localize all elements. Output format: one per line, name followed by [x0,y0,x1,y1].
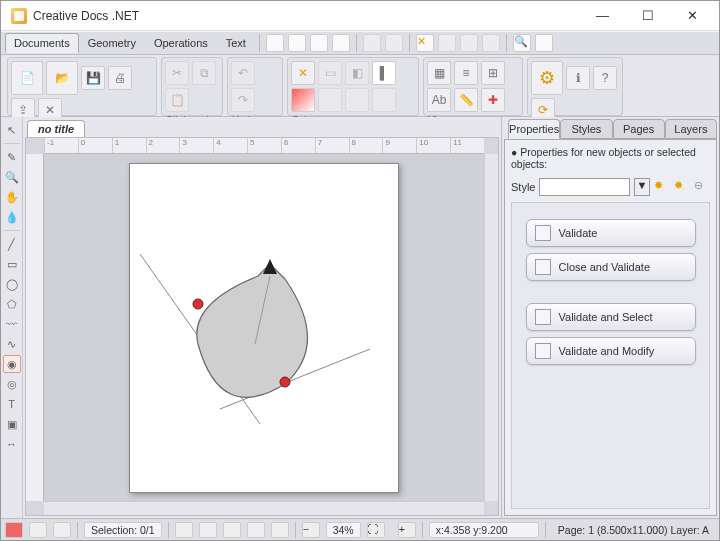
select-fill2-button[interactable] [291,88,315,112]
view-text-button[interactable]: Ab [427,88,451,112]
status-icon-4[interactable] [175,522,193,538]
document-tab[interactable]: no title [27,120,85,137]
validate-icon [535,225,551,241]
select-fill3-button[interactable] [318,88,342,112]
ellipse-tool[interactable]: ◯ [3,275,21,293]
save-button[interactable]: 💾 [81,66,105,90]
panel-actions: Validate Close and Validate Validate and… [511,202,710,509]
style-label: Style [511,181,535,193]
polygon-tool[interactable]: ⬠ [3,295,21,313]
validate-button[interactable]: Validate [526,219,696,247]
zoom-out-button[interactable]: − [302,522,320,538]
curve-tool[interactable]: ∿ [3,335,21,353]
maximize-button[interactable]: ☐ [625,2,670,30]
style-remove-icon[interactable]: ⊖ [694,179,710,195]
validate-select-button[interactable]: Validate and Select [526,303,696,331]
tool-icon[interactable] [482,34,500,52]
view-cross-button[interactable]: ✚ [481,88,505,112]
copy-button[interactable]: ⧉ [192,61,216,85]
open-icon[interactable] [288,34,306,52]
style-gear2-icon[interactable]: ✸ [674,179,690,195]
zoom-in-button[interactable]: + [398,522,416,538]
print-button[interactable]: 🖨 [108,66,132,90]
settings-button[interactable]: ⚙ [531,61,563,95]
paste-button[interactable]: 📋 [165,88,189,112]
zoom-value[interactable]: 34% [326,522,361,538]
select-cross-button[interactable]: ✕ [291,61,315,85]
status-icon-5[interactable] [199,522,217,538]
status-icon-3[interactable] [53,522,71,538]
ribbon: 📄 📂 💾 🖨 ⇪ ✕ File ✂ ⧉ 📋 Clipboard ↶ ↷ Und… [1,55,719,117]
status-icon-7[interactable] [247,522,265,538]
tab-styles[interactable]: Styles [560,119,612,139]
image-tool[interactable]: ▣ [3,415,21,433]
view-ruler-button[interactable]: 📏 [454,88,478,112]
undo-icon[interactable] [438,34,456,52]
dimension-tool[interactable]: ↔ [3,435,21,453]
hand-tool[interactable]: ✋ [3,188,21,206]
view-align-button[interactable]: ≡ [454,61,478,85]
status-icon-8[interactable] [271,522,289,538]
help-button[interactable]: ? [593,66,617,90]
tab-layers[interactable]: Layers [665,119,717,139]
grid-icon[interactable] [535,34,553,52]
redo-icon[interactable] [460,34,478,52]
select-invert-button[interactable]: ◧ [345,61,369,85]
redo-button[interactable]: ↷ [231,88,255,112]
canvas[interactable] [44,154,484,501]
svg-point-5 [280,377,290,387]
edit-tool[interactable]: ✎ [3,148,21,166]
pointer-tool[interactable]: ↖ [3,121,21,139]
status-icon-1[interactable] [5,522,23,538]
undo-button[interactable]: ↶ [231,61,255,85]
drawn-shape[interactable] [130,164,400,494]
status-icon-2[interactable] [29,522,47,538]
cut-icon[interactable] [363,34,381,52]
cut-button[interactable]: ✂ [165,61,189,85]
shape-tool[interactable]: ◉ [3,355,21,373]
menu-text[interactable]: Text [217,33,255,53]
menu-geometry[interactable]: Geometry [79,33,145,53]
select-misc2-button[interactable] [372,88,396,112]
ribbon-group-select: ✕ ▭ ◧ ▌ Select [287,57,419,116]
view-grid-button[interactable]: ▦ [427,61,451,85]
info-button[interactable]: ℹ [566,66,590,90]
menu-documents[interactable]: Documents [5,33,79,53]
line-tool[interactable]: ╱ [3,235,21,253]
zoom-icon[interactable]: 🔍 [513,34,531,52]
text-tool[interactable]: T [3,395,21,413]
save-icon[interactable] [310,34,328,52]
tab-pages[interactable]: Pages [613,119,665,139]
ribbon-group-view: ▦ ≡ ⊞ Ab 📏 ✚ View [423,57,523,116]
minimize-button[interactable]: — [580,2,625,30]
scrollbar-horizontal[interactable] [44,501,484,515]
menu-operations[interactable]: Operations [145,33,217,53]
new-icon[interactable] [266,34,284,52]
select-all-button[interactable]: ▭ [318,61,342,85]
status-icon-6[interactable] [223,522,241,538]
copy-icon[interactable] [385,34,403,52]
ribbon-group-undo: ↶ ↷ Undo [227,57,283,116]
cross-icon[interactable]: ✕ [416,34,434,52]
zoom-fit-button[interactable]: ⛶ [367,522,385,538]
zoom-tool[interactable]: 🔍 [3,168,21,186]
page[interactable] [129,163,399,493]
freehand-tool[interactable]: 〰 [3,315,21,333]
rect-tool[interactable]: ▭ [3,255,21,273]
tab-properties[interactable]: Properties [508,119,560,139]
style-dropdown-icon[interactable]: ▼ [634,178,650,196]
close-validate-button[interactable]: Close and Validate [526,253,696,281]
style-gear1-icon[interactable]: ✸ [654,179,670,195]
picker-tool[interactable]: 💧 [3,208,21,226]
new-doc-button[interactable]: 📄 [11,61,43,95]
print-icon[interactable] [332,34,350,52]
select-misc1-button[interactable] [345,88,369,112]
validate-modify-button[interactable]: Validate and Modify [526,337,696,365]
close-button[interactable]: ✕ [670,2,715,30]
scrollbar-vertical[interactable] [484,154,498,501]
style-select[interactable] [539,178,630,196]
select-fill1-button[interactable]: ▌ [372,61,396,85]
view-snap-button[interactable]: ⊞ [481,61,505,85]
spiral-tool[interactable]: ◎ [3,375,21,393]
open-doc-button[interactable]: 📂 [46,61,78,95]
